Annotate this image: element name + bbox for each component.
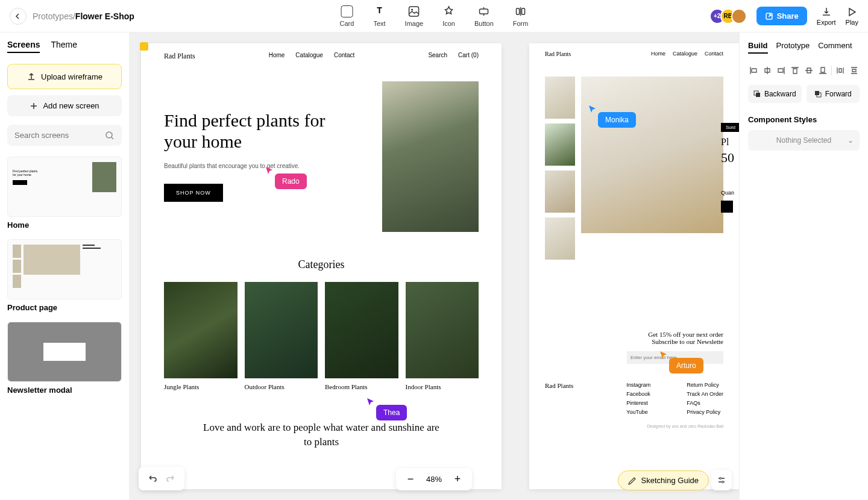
back-button[interactable] [10, 8, 27, 25]
add-screen-button[interactable]: Add new screen [7, 95, 122, 116]
settings-button[interactable] [711, 470, 732, 490]
tool-card[interactable]: Card [340, 5, 354, 27]
tab-theme[interactable]: Theme [51, 40, 77, 53]
align-top-button[interactable] [790, 64, 800, 77]
form-icon [515, 5, 527, 17]
footer-link: Instagram [626, 382, 650, 388]
cursor-icon [659, 351, 668, 359]
product-thumbnails [545, 77, 575, 260]
site-logo: Rad Plants [545, 51, 571, 57]
site-nav: Home Catalogue Contact [269, 52, 355, 61]
share-button[interactable]: Share [756, 7, 807, 25]
tool-button[interactable]: Button [474, 5, 494, 27]
categories-row: Jungle Plants Outdoor Plants Bedroom Pla… [141, 282, 502, 390]
screen-thumbnail-home[interactable]: Find perfect plantsfor your home [7, 157, 122, 217]
zoom-controls: − 48% + [396, 468, 472, 490]
backward-button[interactable]: Backward [748, 85, 802, 103]
hero-title: Find perfect plants for your home [164, 110, 358, 152]
button-icon [478, 5, 490, 17]
align-bottom-icon [818, 66, 828, 75]
component-styles-select[interactable]: Nothing Selected [748, 130, 860, 151]
category-card: Bedroom Plants [325, 282, 398, 390]
footer-credit: Designed by uno and zero Radoslav Bali [529, 424, 739, 434]
tab-prototype[interactable]: Prototype [776, 41, 810, 54]
product-thumb [545, 170, 575, 213]
topbar-left: Prototypes/Flower E-Shop [10, 8, 134, 25]
category-label: Outdoor Plants [245, 383, 318, 390]
footer-link: Facebook [626, 391, 650, 397]
redo-icon [166, 473, 176, 483]
align-center-h-button[interactable] [762, 64, 772, 77]
align-bottom-button[interactable] [817, 64, 828, 77]
artboard-badge-icon [140, 42, 148, 51]
tab-comment[interactable]: Comment [818, 41, 852, 54]
screen-thumbnail-product[interactable] [7, 239, 122, 299]
export-button[interactable]: Export [817, 7, 836, 26]
topbar-right: +2 RB Share Export Play [709, 7, 858, 26]
category-label: Jungle Plants [164, 383, 237, 390]
breadcrumb[interactable]: Prototypes/Flower E-Shop [33, 11, 134, 21]
svg-rect-12 [815, 91, 819, 95]
nav-link: Home [651, 51, 665, 57]
align-center-v-button[interactable] [804, 64, 814, 77]
search-icon [105, 131, 115, 140]
tool-icon[interactable]: Icon [442, 5, 455, 27]
toolbar: Card Text Image Icon Button Form [340, 5, 529, 27]
quantity-label: Quan [721, 190, 739, 196]
category-image [164, 282, 237, 378]
site-nav: Home Catalogue Contact [651, 51, 723, 57]
tool-image[interactable]: Image [405, 5, 424, 27]
tab-build[interactable]: Build [748, 41, 768, 54]
search-wrapper [7, 125, 122, 157]
sidebar-tabs: Screens Theme [7, 40, 122, 53]
svg-rect-4 [522, 8, 525, 14]
undo-button[interactable] [142, 470, 162, 487]
quote-text: Love and work are to people what water a… [141, 420, 502, 449]
hero-image [382, 81, 479, 232]
forward-button[interactable]: Forward [807, 85, 860, 103]
screen-label: Product page [7, 303, 122, 312]
artboard-header: Rad Plants Home Catalogue Contact Search… [141, 43, 502, 69]
redo-button[interactable] [162, 470, 181, 487]
svg-rect-2 [480, 9, 488, 14]
hero-section: Find perfect plants for your home Beauti… [141, 69, 502, 244]
footer-column: Instagram Facebook Pinterest YouTube [626, 382, 650, 418]
artboard-home[interactable]: Rad Plants Home Catalogue Contact Search… [141, 43, 502, 489]
site-logo: Rad Plants [164, 52, 195, 61]
canvas[interactable]: Rad Plants Home Catalogue Contact Search… [129, 33, 739, 500]
collaborator-cursor-monika: Monika [588, 105, 636, 128]
svg-rect-3 [517, 8, 520, 14]
upload-wireframe-button[interactable]: Upload wireframe [7, 64, 122, 89]
cursor-icon [366, 398, 375, 406]
play-button[interactable]: Play [846, 7, 858, 26]
distribute-h-button[interactable] [835, 64, 846, 77]
zoom-in-button[interactable]: + [451, 473, 464, 486]
play-icon [846, 7, 857, 17]
nav-link: Contact [705, 51, 723, 57]
footer-link: Track An Order [687, 391, 723, 397]
footer-link: YouTube [626, 409, 650, 415]
footer-link: Return Policy [687, 382, 723, 388]
tab-screens[interactable]: Screens [7, 40, 40, 53]
tool-form[interactable]: Form [513, 5, 529, 27]
distribute-v-button[interactable] [849, 64, 860, 77]
svg-point-7 [720, 478, 722, 480]
product-title: Pl [721, 137, 739, 148]
align-left-button[interactable] [748, 64, 758, 77]
screen-label: Newsletter modal [7, 386, 122, 395]
zoom-out-button[interactable]: − [404, 473, 417, 486]
screen-thumbnail-newsletter[interactable] [7, 322, 122, 382]
alignment-row [748, 64, 860, 77]
share-icon [765, 12, 773, 20]
component-styles-title: Component Styles [748, 115, 860, 124]
product-info: Sold Pl 50 Quan [721, 120, 739, 213]
right-panel: Build Prototype Comment Backward Forward… [739, 33, 868, 500]
product-thumb [545, 123, 575, 166]
avatar[interactable] [731, 8, 747, 24]
search-link: Search [428, 52, 447, 61]
collaborator-cursor-rado: Rado [265, 166, 307, 189]
avatar-stack[interactable]: +2 RB [709, 8, 747, 24]
align-right-button[interactable] [776, 64, 786, 77]
sketching-guide-button[interactable]: Sketching Guide [618, 470, 709, 490]
tool-text[interactable]: Text [373, 5, 385, 27]
